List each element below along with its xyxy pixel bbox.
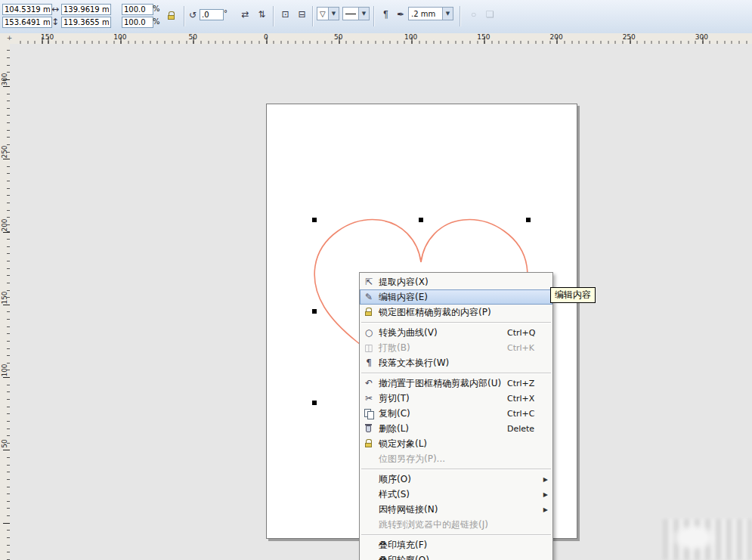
toolbar-separator	[184, 6, 184, 26]
v-ruler-label: 50	[1, 436, 8, 451]
menu-item-label: 锁定对象(L)	[379, 438, 507, 450]
v-ruler-label: 100	[1, 363, 8, 378]
vertical-ruler[interactable]: 30025020015010050	[0, 44, 11, 560]
no-icon	[363, 539, 375, 551]
scale-y-percent-label: %	[153, 17, 160, 26]
h-ruler-label: 50	[189, 33, 197, 41]
menu-item[interactable]: 删除(L)Delete	[360, 421, 552, 436]
horizontal-ruler[interactable]: 15010050050100150200250300	[19, 33, 752, 45]
corner-style-button-b[interactable]: ⊟	[294, 7, 310, 23]
selection-handle[interactable]	[419, 218, 423, 222]
menu-item-shortcut: Ctrl+C	[507, 409, 549, 419]
menu-item[interactable]: 转换为曲线(V)Ctrl+Q	[360, 325, 552, 340]
scale-x-input[interactable]	[122, 4, 153, 15]
menu-item[interactable]: 顺序(O)▶	[360, 472, 552, 487]
mirror-vertical-button[interactable]: ⇅	[254, 7, 270, 23]
menu-item[interactable]: 因特网链接(N)▶	[360, 502, 552, 517]
cut-icon	[363, 392, 375, 404]
context-menu: 提取内容(X)编辑内容(E)锁定图框精确剪裁的内容(P)转换为曲线(V)Ctrl…	[359, 272, 553, 560]
tooltip: 编辑内容	[550, 287, 596, 303]
h-ruler-label: 100	[113, 33, 126, 41]
menu-item[interactable]: 剪切(T)Ctrl+X	[360, 391, 552, 406]
menu-separator	[361, 534, 551, 535]
no-icon	[363, 503, 375, 515]
menu-item-shortcut: Delete	[507, 424, 549, 434]
selection-handle[interactable]	[526, 218, 531, 222]
no-icon	[363, 453, 375, 465]
corner-style-button-a[interactable]: ⊡	[277, 7, 293, 23]
v-ruler-label: 150	[1, 290, 8, 305]
scale-y-input[interactable]	[122, 17, 153, 28]
lock-object-icon	[363, 438, 375, 450]
menu-item[interactable]: 锁定图框精确剪裁的内容(P)	[360, 305, 552, 320]
menu-item[interactable]: 撤消置于图框精确剪裁内部(U)Ctrl+Z	[360, 376, 552, 391]
rotation-input[interactable]	[200, 9, 224, 20]
menu-item-label: 打散(B)	[379, 342, 507, 354]
outline-pen-icon: ✒	[397, 9, 404, 20]
menu-item[interactable]: 样式(S)▶	[360, 487, 552, 502]
h-ruler-label: 300	[695, 33, 708, 41]
menu-item-label: 段落文本换行(W)	[379, 357, 507, 370]
no-icon	[363, 554, 375, 560]
menu-item-label: 剪切(T)	[379, 392, 507, 405]
no-icon	[363, 518, 375, 531]
outline-width-select[interactable]: .2 mm ▼	[408, 7, 453, 20]
menu-item[interactable]: 复制(C)Ctrl+C	[360, 406, 552, 421]
zoom-tool-button[interactable]: ○	[466, 7, 481, 23]
dropdown-arrow-icon: ▼	[358, 8, 369, 20]
h-ruler-label: 150	[41, 33, 54, 41]
frame-tool-button[interactable]: ❏	[482, 7, 498, 23]
selection-handle[interactable]	[312, 218, 317, 222]
coreldraw-window: ↔ ↕ % % ↺ ° ⇄ ⇅ ⊡ ⊟ ▽ ▼ ▼ ¶ ✒ .2 mm	[0, 0, 752, 560]
menu-item-label: 提取内容(X)	[379, 276, 507, 289]
object-height-input[interactable]	[61, 17, 111, 28]
wrap-paragraph-text-button[interactable]: ¶	[378, 7, 394, 23]
lock-icon	[166, 10, 178, 22]
v-ruler-label: 300	[1, 72, 8, 87]
dropdown-arrow-icon: ▼	[328, 8, 339, 20]
h-ruler-label: 150	[477, 33, 490, 41]
v-ruler-label: 250	[1, 144, 8, 159]
undo-icon	[363, 377, 375, 389]
arrowhead-select[interactable]: ▽ ▼	[317, 7, 339, 20]
outline-width-value: .2 mm	[409, 10, 442, 18]
menu-item[interactable]: 打散(B)Ctrl+K	[360, 340, 552, 355]
menu-item-label: 顺序(O)	[379, 473, 507, 486]
toolbar-separator	[312, 6, 313, 26]
copy-icon	[363, 407, 375, 419]
ruler-origin[interactable]: +	[0, 33, 20, 45]
lock-ratio-button[interactable]	[163, 8, 179, 23]
menu-item-label: 位图另存为(P)...	[379, 453, 507, 466]
selection-handle[interactable]	[312, 401, 317, 405]
selection-handle[interactable]	[312, 309, 317, 314]
menu-item-label: 锁定图框精确剪裁的内容(P)	[379, 306, 507, 319]
object-width-input[interactable]	[61, 4, 111, 15]
submenu-arrow-icon: ▶	[543, 491, 548, 498]
menu-item-label: 转换为曲线(V)	[379, 326, 507, 339]
menu-item-label: 撤消置于图框精确剪裁内部(U)	[379, 377, 507, 390]
menu-item-shortcut: Ctrl+Q	[507, 328, 549, 338]
menu-item-label: 因特网链接(N)	[379, 503, 507, 516]
menu-item[interactable]: 位图另存为(P)...	[360, 451, 552, 466]
h-ruler-label: 100	[404, 33, 417, 41]
lock-contents-icon	[363, 306, 375, 318]
h-ruler-label: 0	[264, 33, 268, 41]
menu-item[interactable]: 跳转到浏览器中的超链接(J)	[360, 517, 552, 532]
menu-separator	[361, 322, 551, 323]
menu-item[interactable]: 段落文本换行(W)	[360, 355, 552, 370]
wrap-text-icon	[363, 357, 375, 369]
line-style-select[interactable]: ▼	[342, 7, 370, 20]
mirror-horizontal-button[interactable]: ⇄	[237, 7, 253, 23]
menu-item[interactable]: 叠印填充(F)	[360, 537, 552, 552]
menu-item[interactable]: 提取内容(X)	[360, 274, 552, 289]
menu-item[interactable]: 叠印轮廓(O)...	[360, 552, 552, 560]
menu-item[interactable]: 编辑内容(E)	[360, 289, 552, 305]
position-y-input[interactable]	[2, 17, 52, 28]
position-x-input[interactable]	[2, 4, 52, 15]
menu-item[interactable]: 锁定对象(L)	[360, 436, 552, 451]
submenu-arrow-icon: ▶	[543, 506, 548, 513]
toolbar-separator	[373, 6, 374, 26]
line-style-swatch	[345, 14, 356, 14]
menu-item-shortcut: Ctrl+K	[507, 343, 549, 353]
menu-item-shortcut: Ctrl+Z	[507, 379, 549, 388]
